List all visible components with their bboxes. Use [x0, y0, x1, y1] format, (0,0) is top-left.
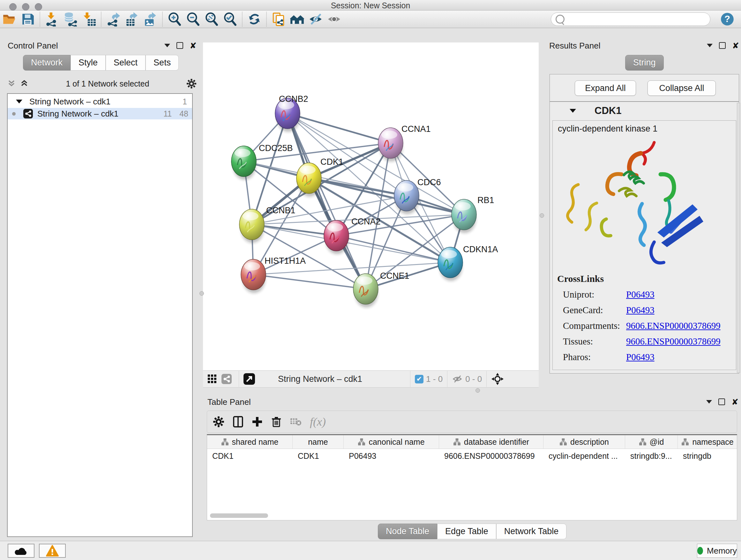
- column-header-canonical-name[interactable]: canonical name: [344, 435, 439, 449]
- show-columns-icon[interactable]: [232, 416, 244, 428]
- export-image-button[interactable]: [141, 11, 159, 27]
- collapse-all-button[interactable]: Collapse All: [648, 80, 716, 96]
- tab-sets[interactable]: Sets: [145, 55, 179, 71]
- left-splitter-handle[interactable]: [199, 291, 204, 296]
- table-cell[interactable]: 9606.ENSP00000378699: [439, 449, 543, 463]
- panel-close-icon[interactable]: ✘: [732, 43, 739, 49]
- tab-network-table[interactable]: Network Table: [496, 523, 567, 539]
- import-network-from-database-button[interactable]: [61, 11, 80, 27]
- network-graph[interactable]: CCNB2CCNA1CDC25BCDK1CDC6RB1CCNB1CCNA2CDK…: [203, 43, 539, 370]
- node-CCNE1[interactable]: [353, 273, 378, 307]
- hide-selected-button[interactable]: [307, 11, 325, 27]
- expand-all-icon[interactable]: [20, 79, 29, 88]
- search-field[interactable]: [551, 12, 711, 26]
- node-RB1[interactable]: [452, 199, 476, 233]
- table-row[interactable]: CDK1CDK1P064939606.ENSP00000378699cyclin…: [207, 449, 737, 463]
- node-CDK1[interactable]: [296, 163, 321, 197]
- network-view-share-icon[interactable]: [221, 374, 232, 384]
- column-header-namespace[interactable]: namespace: [678, 435, 737, 449]
- node-CCNA2[interactable]: [324, 220, 349, 254]
- node-CCNB1[interactable]: [239, 209, 264, 243]
- panel-menu-icon[interactable]: [707, 44, 713, 47]
- open-in-new-window-icon[interactable]: [244, 373, 255, 385]
- network-row-selected[interactable]: String Network – cdk1 11 48: [8, 108, 192, 119]
- import-network-from-file-button[interactable]: [43, 11, 61, 27]
- crosslink-link-compartments[interactable]: 9606.ENSP00000378699: [626, 320, 721, 331]
- tab-node-table[interactable]: Node Table: [378, 523, 437, 539]
- clone-network-button[interactable]: [269, 11, 288, 27]
- birdseye-toggle-icon[interactable]: [491, 373, 504, 385]
- delete-column-icon[interactable]: [271, 416, 282, 428]
- table-cell[interactable]: stringdb: [678, 449, 737, 463]
- collection-caret-icon[interactable]: [16, 100, 22, 104]
- tab-style[interactable]: Style: [71, 55, 106, 71]
- zoom-out-button[interactable]: [184, 11, 202, 27]
- network-view[interactable]: CCNB2CCNA1CDC25BCDK1CDC6RB1CCNB1CCNA2CDK…: [203, 43, 539, 370]
- column-header-shared-name[interactable]: shared name: [207, 435, 293, 449]
- protein-section-caret-icon[interactable]: [569, 109, 576, 113]
- network-collection-row[interactable]: String Network – cdk1 1: [8, 96, 192, 107]
- tab-edge-table[interactable]: Edge Table: [437, 523, 496, 539]
- search-input[interactable]: [568, 14, 705, 24]
- selected-checkbox-icon[interactable]: ✔: [415, 375, 423, 383]
- edge-CCNA2-CDKN1A[interactable]: [336, 236, 450, 262]
- table-horizontal-scrollbar[interactable]: [210, 513, 268, 518]
- export-table-button[interactable]: [123, 11, 141, 27]
- tab-string[interactable]: String: [625, 55, 664, 71]
- edge-HIST1H1A-CCNE1[interactable]: [253, 274, 366, 289]
- table-cell[interactable]: cyclin-dependent ...: [543, 449, 625, 463]
- crosslink-link-genecard[interactable]: P06493: [626, 305, 655, 315]
- edge-CCNA2-HIST1H1A[interactable]: [253, 236, 336, 274]
- node-table[interactable]: shared namenamecanonical namedatabase id…: [207, 434, 737, 520]
- crosslink-link-pharos[interactable]: P06493: [626, 352, 655, 362]
- node-HIST1H1A[interactable]: [241, 259, 266, 293]
- horizontal-splitter-handle[interactable]: [475, 388, 480, 393]
- fit-content-button[interactable]: [202, 11, 221, 27]
- tab-network[interactable]: Network: [23, 55, 71, 71]
- memory-button[interactable]: Memory: [697, 544, 737, 558]
- zoom-in-button[interactable]: [165, 11, 184, 27]
- show-graphics-details-button[interactable]: [325, 11, 343, 27]
- expand-all-button[interactable]: Expand All: [575, 80, 636, 96]
- crosslink-link-tissues[interactable]: 9606.ENSP00000378699: [626, 336, 721, 347]
- node-CDC6[interactable]: [394, 180, 419, 214]
- import-table-from-file-button[interactable]: [80, 11, 98, 27]
- help-button[interactable]: ?: [718, 11, 737, 27]
- network-options-gear-icon[interactable]: [186, 78, 197, 89]
- table-cell[interactable]: P06493: [344, 449, 439, 463]
- panel-menu-icon[interactable]: [164, 44, 170, 47]
- tab-select[interactable]: Select: [106, 55, 145, 71]
- node-CDC25B[interactable]: [231, 146, 256, 180]
- crosslink-link-uniprot[interactable]: P06493: [626, 289, 655, 300]
- table-cell[interactable]: stringdb:9...: [625, 449, 678, 463]
- table-cell[interactable]: CDK1: [207, 449, 293, 463]
- update-view-button[interactable]: [245, 11, 264, 27]
- automation-cloud-button[interactable]: [8, 544, 35, 558]
- table-options-gear-icon[interactable]: [213, 416, 224, 428]
- node-CDKN1A[interactable]: [438, 247, 463, 281]
- panel-menu-icon[interactable]: [706, 400, 712, 403]
- panel-close-icon[interactable]: ✘: [190, 43, 197, 49]
- panel-float-icon[interactable]: [718, 398, 725, 405]
- panel-float-icon[interactable]: [719, 42, 726, 49]
- column-header-description[interactable]: description: [543, 435, 625, 449]
- save-session-button[interactable]: [18, 11, 37, 27]
- right-splitter-handle[interactable]: [540, 213, 544, 218]
- column-header-database-identifier[interactable]: database identifier: [439, 435, 543, 449]
- add-column-icon[interactable]: [252, 416, 263, 427]
- export-image-icon: [143, 12, 158, 26]
- column-header--id[interactable]: @id: [625, 435, 678, 449]
- panel-close-icon[interactable]: ✘: [731, 399, 738, 405]
- collapse-all-icon[interactable]: [7, 79, 16, 88]
- string-home-button[interactable]: [288, 11, 307, 27]
- column-header-name[interactable]: name: [293, 435, 344, 449]
- zoom-selected-button[interactable]: [221, 11, 239, 27]
- warnings-button[interactable]: [39, 544, 66, 558]
- export-network-button[interactable]: [104, 11, 123, 27]
- panel-float-icon[interactable]: [177, 42, 183, 49]
- grid-view-icon[interactable]: [207, 374, 217, 384]
- results-scrollbar[interactable]: [737, 103, 740, 373]
- edge-CCNB2-CCNA1[interactable]: [287, 113, 391, 143]
- open-session-button[interactable]: [0, 11, 18, 27]
- table-cell[interactable]: CDK1: [293, 449, 344, 463]
